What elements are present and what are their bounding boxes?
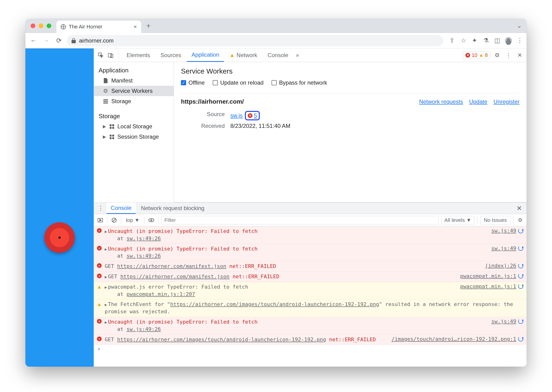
share-icon[interactable]: ⇪ [449,37,456,44]
stack-link[interactable]: sw.js:49:26 [127,236,161,241]
sidebar-item-manifest[interactable]: Manifest [94,76,174,86]
console-output[interactable]: ✕▶Uncaught (in promise) TypeError: Faile… [94,226,527,367]
close-window-icon[interactable] [31,23,35,28]
kebab-menu-icon[interactable]: ⋮ [516,37,523,44]
new-tab-button[interactable]: + [144,22,153,30]
console-warning-row[interactable]: ▲▶pwacompat.js error TypeError: Failed t… [94,282,527,300]
source-link[interactable]: (index):26 [485,263,516,269]
sidebar-item-service-workers[interactable]: ⚙ Service Workers [94,86,174,96]
expand-icon[interactable]: ▶ [105,302,108,307]
expand-icon[interactable]: ▶ [105,275,108,279]
extensions-icon[interactable]: ✦ [471,37,478,44]
sw-error-count[interactable]: 5 [254,112,257,119]
expand-icon[interactable]: ▶ [103,134,106,139]
update-on-reload-checkbox[interactable]: Update on reload [213,79,263,86]
context-selector[interactable]: top ▼ [124,217,141,223]
reload-icon[interactable] [518,245,523,251]
reload-icon[interactable] [518,319,523,324]
expand-icon[interactable]: ▶ [105,320,108,325]
reload-icon[interactable] [518,284,523,289]
update-link[interactable]: Update [469,98,487,105]
forward-button[interactable]: → [41,36,51,45]
stack-link[interactable]: sw.js:49:26 [127,253,161,259]
stack-link[interactable]: pwacompat.min.js:1:207 [127,291,195,297]
settings-gear-icon[interactable]: ⚙ [493,51,502,60]
issues-button[interactable]: No Issues [480,216,510,224]
url-link[interactable]: https://airhorner.com/images/touch/andro… [117,336,326,343]
gear-icon: ⚙ [103,88,109,94]
browser-tab[interactable]: The Air Horner × [57,21,141,33]
console-prompt[interactable]: › [94,345,527,353]
source-link[interactable]: sw.js:49 [491,228,516,234]
reload-icon[interactable] [518,273,523,279]
drawer-tab-network-blocking[interactable]: Network request blocking [137,203,209,214]
lock-icon[interactable] [72,38,76,43]
reload-button[interactable]: ⟳ [54,36,64,45]
bookmark-icon[interactable]: ☆ [460,37,467,44]
error-icon: ✕ [97,246,102,251]
tab-network[interactable]: ▲Network [225,49,262,62]
expand-icon[interactable]: ▶ [103,124,106,129]
console-error-row[interactable]: ✕▶GET https://airhorner.com/manifest.jso… [94,272,527,282]
source-link[interactable]: pwacompat.min.js:1 [460,273,516,279]
omnibox[interactable]: airhorner.com [67,35,443,46]
close-devtools-icon[interactable]: ✕ [515,51,524,60]
sidebar-item-storage[interactable]: Storage [94,96,174,106]
labs-icon[interactable]: ⚗ [482,37,489,44]
console-sidebar-toggle-icon[interactable] [96,216,104,224]
sidebar-item-session-storage[interactable]: ▶ Session Storage [94,132,174,142]
inspect-element-icon[interactable] [96,51,105,60]
expand-icon[interactable]: ▶ [105,229,108,234]
airhorn-button[interactable] [44,222,75,253]
console-error-row[interactable]: ✕GET https://airhorner.com/manifest.json… [94,261,527,272]
expand-icon[interactable]: ▶ [105,247,108,252]
error-warning-counter[interactable]: ✕ 10 ▲ 8 [463,51,490,59]
more-tabs-icon[interactable]: » [294,52,301,58]
console-warning-row[interactable]: ▲▶The FetchEvent for "https://airhorner.… [94,299,527,317]
close-tab-icon[interactable]: × [134,23,137,30]
tab-elements[interactable]: Elements [122,49,155,62]
maximize-window-icon[interactable] [47,23,51,28]
tab-sources[interactable]: Sources [156,49,186,62]
source-link[interactable]: /images/touch/androi…ricon-192-192.png:1 [392,336,516,342]
console-error-row[interactable]: ✕▶Uncaught (in promise) TypeError: Faile… [94,317,527,335]
drawer-tab-console[interactable]: Console [107,203,136,214]
expand-icon[interactable]: ▶ [105,285,108,290]
url-link[interactable]: https://airhorner.com/manifest.json [120,273,230,280]
url-link[interactable]: https://airhorner.com/images/touch/andro… [170,301,379,307]
minimize-window-icon[interactable] [39,23,43,28]
tab-application[interactable]: Application [187,49,224,62]
bypass-for-network-checkbox[interactable]: Bypass for network [272,79,327,86]
devtools-kebab-icon[interactable]: ⋮ [504,51,513,60]
console-error-row[interactable]: ✕▶Uncaught (in promise) TypeError: Faile… [94,226,527,244]
sw-error-badge[interactable]: ✕ 5 [245,111,260,120]
source-file-link[interactable]: sw.js [230,112,243,119]
console-error-row[interactable]: ✕GET https://airhorner.com/images/touch/… [94,335,527,345]
console-settings-gear-icon[interactable]: ⚙ [516,216,524,224]
network-requests-link[interactable]: Network requests [419,98,463,105]
url-link[interactable]: https://airhorner.com/manifest.json [117,263,226,269]
drawer-kebab-icon[interactable]: ⋮ [96,205,106,212]
reload-icon[interactable] [518,228,523,233]
offline-checkbox[interactable]: ✓ Offline [181,79,205,86]
stack-link[interactable]: sw.js:49:26 [127,326,161,332]
device-toolbar-icon[interactable] [106,51,115,60]
reload-icon[interactable] [518,263,523,268]
console-filter-input[interactable] [161,216,438,224]
log-levels-selector[interactable]: All levels ▼ [441,216,475,224]
clear-console-icon[interactable] [110,216,118,224]
sidebar-item-local-storage[interactable]: ▶ Local Storage [94,121,174,132]
source-link[interactable]: pwacompat.min.js:1 [460,283,516,289]
profile-avatar[interactable] [505,37,512,44]
sidepanel-icon[interactable]: ◫ [494,37,501,44]
tabs-menu-chevron-icon[interactable]: ⌄ [517,22,522,29]
unregister-link[interactable]: Unregister [494,98,520,105]
close-drawer-icon[interactable]: ✕ [514,204,525,212]
tab-console[interactable]: Console [263,49,293,62]
source-link[interactable]: sw.js:49 [491,318,516,324]
source-link[interactable]: sw.js:49 [491,245,516,251]
live-expression-icon[interactable] [147,216,155,224]
reload-icon[interactable] [518,336,523,342]
back-button[interactable]: ← [29,36,38,45]
console-error-row[interactable]: ✕▶Uncaught (in promise) TypeError: Faile… [94,244,527,262]
